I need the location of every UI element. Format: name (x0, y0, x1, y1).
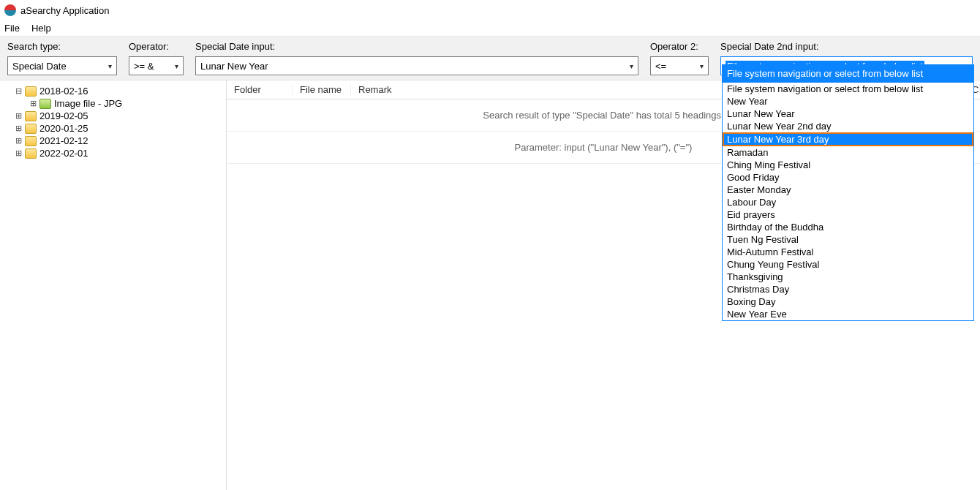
tree-item-label: 2021-02-12 (39, 135, 88, 146)
tree-item[interactable]: ⊞2022-02-01 (3, 147, 223, 159)
chevron-down-icon: ▾ (108, 62, 112, 70)
expand-toggle-icon[interactable]: ⊞ (29, 99, 37, 108)
dropdown-option[interactable]: Thanksgiving (723, 271, 973, 283)
operator2-select[interactable]: <= ▾ (650, 56, 709, 75)
chevron-down-icon: ▾ (630, 62, 633, 70)
tree-item-label: 2018-02-16 (39, 86, 88, 97)
operator2-group: Operator 2: <= ▾ (650, 41, 709, 75)
dropdown-option[interactable]: Tuen Ng Festival (723, 233, 973, 246)
special-date-2nd-input-label: Special Date 2nd input: (720, 41, 973, 52)
special-date-input-label: Special Date input: (195, 41, 638, 52)
tree-item-label: 2022-02-01 (39, 148, 88, 159)
chevron-down-icon: ▾ (700, 62, 704, 70)
dropdown-option[interactable]: New Year (723, 95, 973, 108)
expand-toggle-icon[interactable]: ⊞ (15, 148, 22, 158)
dropdown-option[interactable]: Eid prayers (723, 208, 973, 221)
dropdown-option[interactable]: Chung Yeung Festival (723, 258, 973, 271)
tree-item-label: Image file - JPG (54, 98, 122, 109)
dropdown-option[interactable]: File system navigation or select from be… (723, 83, 973, 95)
dropdown-option[interactable]: Lunar New Year 3rd day (723, 132, 973, 146)
special-date-2nd-dropdown[interactable]: File system navigation or select from be… (722, 64, 974, 321)
folder-tree[interactable]: ⊟2018-02-16⊞Image file - JPG⊞2019-02-05⊞… (0, 80, 227, 490)
search-type-value: Special Date (12, 61, 67, 72)
folder-icon (25, 136, 37, 146)
tree-item[interactable]: ⊟2018-02-16 (3, 85, 223, 97)
folder-icon (25, 124, 37, 134)
menu-file[interactable]: File (4, 23, 20, 34)
dropdown-option[interactable]: Easter Monday (723, 184, 973, 196)
special-date-input-value: Lunar New Year (200, 61, 268, 72)
dropdown-option[interactable]: Christmas Day (723, 283, 973, 295)
menu-bar: File Help (0, 20, 980, 37)
dropdown-option[interactable]: Labour Day (723, 196, 973, 208)
search-type-group: Search type: Special Date ▾ (7, 41, 117, 75)
search-type-select[interactable]: Special Date ▾ (7, 56, 117, 75)
tree-item[interactable]: ⊞2020-01-25 (3, 122, 223, 135)
app-title: aSearchy Application (20, 5, 109, 16)
search-type-label: Search type: (7, 41, 117, 52)
dropdown-option[interactable]: Mid-Autumn Festival (723, 246, 973, 258)
tree-item[interactable]: ⊞2021-02-12 (3, 135, 223, 147)
dropdown-list[interactable]: File system navigation or select from be… (723, 83, 973, 320)
menu-help[interactable]: Help (31, 23, 51, 34)
operator-group: Operator: >= & ▾ (129, 41, 184, 75)
dropdown-option[interactable]: Ching Ming Festival (723, 159, 973, 171)
expand-toggle-icon[interactable]: ⊞ (15, 124, 22, 133)
operator-label: Operator: (129, 41, 184, 52)
title-bar: aSearchy Application (0, 0, 980, 20)
dropdown-filter-input[interactable] (723, 65, 973, 83)
operator-value: >= & (134, 61, 154, 72)
expand-toggle-icon[interactable]: ⊞ (15, 111, 22, 121)
special-date-input[interactable]: Lunar New Year ▾ (195, 56, 638, 75)
tree-item[interactable]: ⊞Image file - JPG (3, 97, 223, 110)
dropdown-option[interactable]: Ramadan (723, 146, 973, 159)
folder-icon (25, 86, 37, 97)
dropdown-option[interactable]: Lunar New Year (723, 108, 973, 120)
col-folder[interactable]: Folder (227, 84, 293, 95)
dropdown-option[interactable]: Good Friday (723, 171, 973, 184)
folder-icon (25, 148, 37, 159)
image-file-icon (39, 99, 51, 109)
dropdown-option[interactable]: Lunar New Year 2nd day (723, 120, 973, 132)
special-date-input-group: Special Date input: Lunar New Year ▾ (195, 41, 638, 75)
operator-select[interactable]: >= & ▾ (129, 56, 184, 75)
tree-item-label: 2020-01-25 (39, 123, 88, 134)
col-file[interactable]: File name (293, 84, 351, 95)
tree-item-label: 2019-02-05 (39, 110, 88, 121)
expand-toggle-icon[interactable]: ⊟ (15, 86, 22, 96)
dropdown-option[interactable]: New Year Eve (723, 308, 973, 320)
app-icon (4, 4, 16, 16)
operator2-label: Operator 2: (650, 41, 709, 52)
chevron-down-icon: ▾ (175, 62, 178, 70)
expand-toggle-icon[interactable]: ⊞ (15, 136, 22, 146)
dropdown-option[interactable]: Birthday of the Buddha (723, 221, 973, 233)
operator2-value: <= (655, 61, 666, 72)
dropdown-option[interactable]: Boxing Day (723, 295, 973, 308)
folder-icon (25, 111, 37, 121)
tree-item[interactable]: ⊞2019-02-05 (3, 110, 223, 122)
